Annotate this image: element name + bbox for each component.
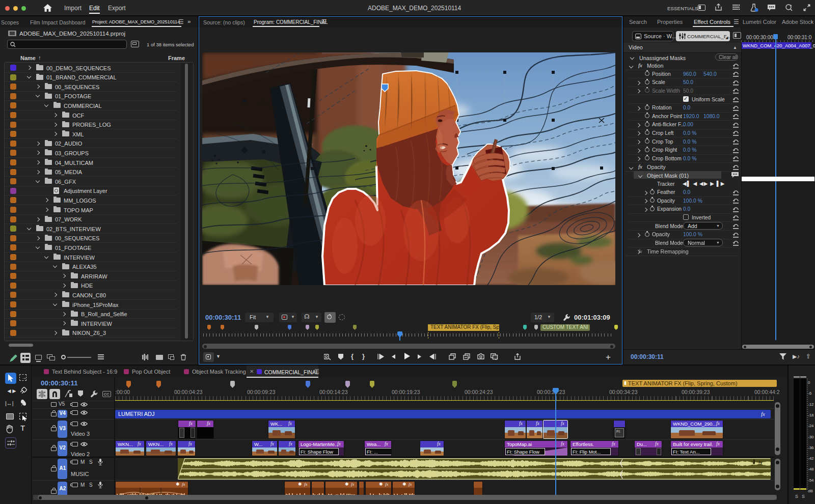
svg-text:fx: fx: [758, 460, 763, 466]
